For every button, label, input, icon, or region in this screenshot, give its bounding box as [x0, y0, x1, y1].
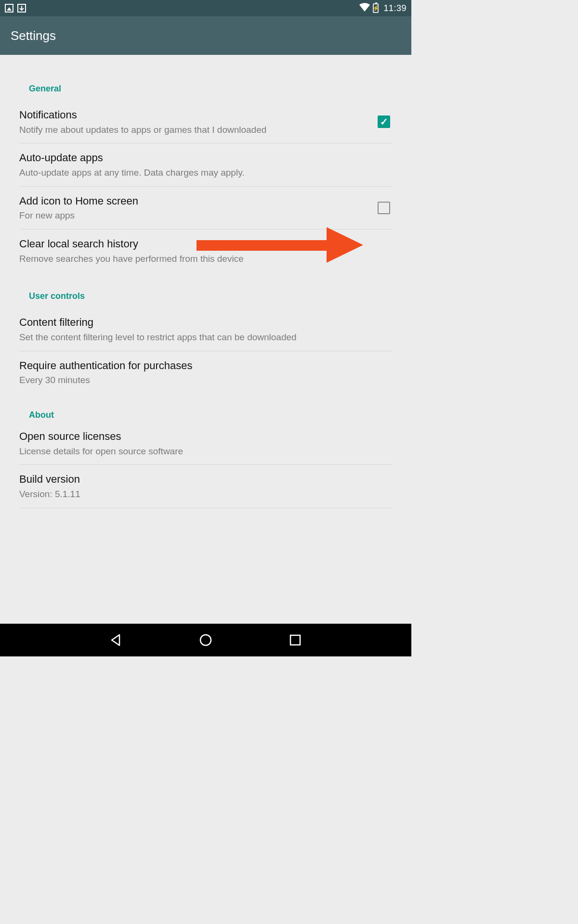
row-sub: License details for open source software	[19, 446, 384, 457]
battery-charging-icon: ⚡	[373, 3, 379, 13]
section-header-general: General	[19, 77, 392, 101]
back-triangle-icon	[110, 634, 122, 646]
nav-back-button[interactable]	[107, 631, 125, 649]
checkmark-icon: ✓	[380, 117, 388, 127]
navigation-bar	[0, 624, 411, 656]
add-icon-checkbox[interactable]	[378, 202, 390, 214]
settings-content: General Notifications Notify me about up…	[0, 55, 411, 624]
status-time: 11:39	[383, 3, 407, 13]
row-require-auth[interactable]: Require authentication for purchases Eve…	[19, 351, 392, 394]
row-title: Add icon to Home screen	[19, 194, 370, 208]
notifications-checkbox[interactable]: ✓	[378, 116, 390, 128]
section-header-about: About	[19, 403, 392, 427]
svg-point-2	[200, 635, 211, 645]
row-open-source[interactable]: Open source licenses License details for…	[19, 427, 392, 464]
row-title: Auto-update apps	[19, 151, 384, 165]
nav-recents-button[interactable]	[287, 631, 304, 649]
row-title: Content filtering	[19, 316, 384, 330]
row-sub: Set the content filtering level to restr…	[19, 332, 384, 343]
row-title: Clear local search history	[19, 237, 384, 251]
row-title: Notifications	[19, 108, 370, 122]
row-sub: Auto-update apps at any time. Data charg…	[19, 167, 384, 179]
row-clear-history[interactable]: Clear local search history Remove search…	[19, 230, 392, 272]
row-notifications[interactable]: Notifications Notify me about updates to…	[19, 101, 392, 143]
row-sub: For new apps	[19, 210, 370, 221]
wifi-icon	[359, 3, 370, 14]
app-bar: Settings	[0, 16, 411, 55]
nav-home-button[interactable]	[197, 631, 214, 649]
download-notification-icon	[17, 4, 26, 13]
image-notification-icon	[5, 4, 13, 13]
home-circle-icon	[199, 633, 212, 647]
page-title: Settings	[11, 28, 56, 43]
row-sub: Version: 5.1.11	[19, 488, 384, 500]
divider	[19, 508, 392, 508]
row-build-version[interactable]: Build version Version: 5.1.11	[19, 465, 392, 507]
row-add-icon-home[interactable]: Add icon to Home screen For new apps	[19, 187, 392, 229]
row-auto-update[interactable]: Auto-update apps Auto-update apps at any…	[19, 143, 392, 186]
row-content-filtering[interactable]: Content filtering Set the content filter…	[19, 308, 392, 350]
row-sub: Every 30 minutes	[19, 374, 384, 386]
status-bar: ⚡ 11:39	[0, 0, 411, 16]
section-header-user-controls: User controls	[19, 284, 392, 308]
row-sub: Notify me about updates to apps or games…	[19, 124, 370, 136]
recents-square-icon	[289, 634, 301, 646]
svg-rect-3	[290, 635, 300, 645]
row-sub: Remove searches you have performed from …	[19, 253, 384, 265]
row-title: Open source licenses	[19, 430, 384, 444]
row-title: Require authentication for purchases	[19, 359, 384, 373]
row-title: Build version	[19, 473, 384, 487]
